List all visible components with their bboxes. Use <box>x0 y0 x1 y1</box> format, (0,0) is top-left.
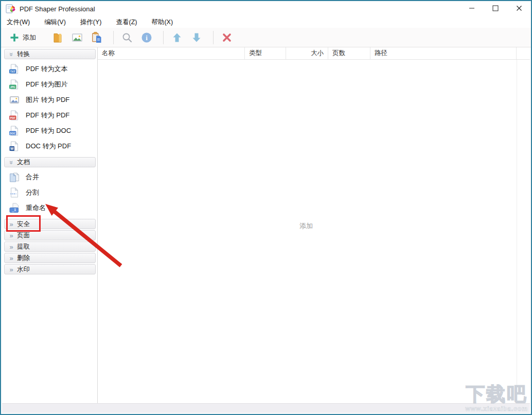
word-file-icon: W <box>9 141 20 152</box>
menu-item-actions[interactable]: 操作(Y) <box>76 17 106 28</box>
svg-text:TXT: TXT <box>10 70 16 73</box>
sidebar-section-items: TXTPDF 转为文本JPGPDF 转为图片图片 转为 PDFPDFPDF 转为… <box>2 61 97 154</box>
toolbar-search-button[interactable] <box>119 30 135 45</box>
merge-icon <box>9 171 20 183</box>
sidebar-section-label: 页面 <box>17 231 30 240</box>
sidebar-item-doc-to-pdf[interactable]: WDOC 转为 PDF <box>2 139 97 154</box>
sidebar-item-label: 图片 转为 PDF <box>26 95 69 105</box>
menu-item-file[interactable]: 文件(W) <box>3 17 34 28</box>
sidebar-item-split[interactable]: 分割 <box>2 185 97 200</box>
info-icon: i <box>140 31 153 44</box>
toolbar-separator <box>163 31 164 44</box>
sidebar-section-label: 转换 <box>17 50 30 59</box>
svg-text:W: W <box>10 147 14 150</box>
search-icon <box>121 31 133 44</box>
toolbar-separator <box>213 31 214 44</box>
menu-item-edit[interactable]: 编辑(V) <box>40 17 70 28</box>
column-header-type[interactable]: 类型 <box>245 47 286 59</box>
maximize-icon <box>492 4 499 13</box>
column-header-label: 大小 <box>311 49 324 58</box>
column-header-path[interactable]: 路径 <box>370 47 517 59</box>
txt-file-icon: TXT <box>9 63 20 75</box>
column-header-label: 名称 <box>102 49 115 58</box>
app-window: PDF Shaper Professional 文件(W)编辑(V)操作(Y)查… <box>0 0 532 415</box>
sidebar-item-merge[interactable]: 合并 <box>2 169 97 185</box>
sidebar-section-extract[interactable]: »提取 <box>4 241 96 252</box>
sidebar-section-convert[interactable]: »转换 <box>4 49 96 59</box>
sidebar-section-document[interactable]: »文档 <box>4 157 96 167</box>
double-chevron-icon: » <box>8 158 15 166</box>
toolbar-move-down-button[interactable] <box>188 30 205 45</box>
title-bar: PDF Shaper Professional <box>1 1 531 16</box>
double-chevron-icon: » <box>7 266 15 273</box>
toolbar-add-button[interactable]: 添加 <box>7 31 38 44</box>
table-header: 名称类型大小页数路径 <box>98 47 530 60</box>
svg-text:DOC: DOC <box>10 132 16 135</box>
jpg-file-icon: JPG <box>9 79 20 90</box>
sidebar-item-pdf-to-doc[interactable]: DOCPDF 转为 DOC <box>2 123 97 139</box>
toolbar-add-label: 添加 <box>23 33 36 42</box>
image-file-icon <box>9 94 20 106</box>
window-controls <box>460 1 531 16</box>
doc-file-icon: DOC <box>9 125 20 136</box>
toolbar-separator <box>113 31 114 44</box>
sidebar-section-items: 合并分割_I重命名 <box>2 169 97 216</box>
double-chevron-icon: » <box>7 220 15 228</box>
double-chevron-icon: » <box>8 50 15 58</box>
column-header-label: 路径 <box>375 49 387 58</box>
folder-icon <box>51 31 64 44</box>
svg-text:JPG: JPG <box>10 85 15 89</box>
sidebar-item-pdf-to-text[interactable]: TXTPDF 转为文本 <box>2 61 97 77</box>
minimize-icon <box>469 4 475 13</box>
menu-bar: 文件(W)编辑(V)操作(Y)查看(Z)帮助(X) <box>1 16 531 28</box>
sidebar-section-label: 删除 <box>17 254 30 263</box>
toolbar-remove-button[interactable] <box>219 30 235 45</box>
toolbar-add-folder-button[interactable] <box>49 30 66 45</box>
paste-icon <box>91 31 103 44</box>
close-button[interactable] <box>507 1 531 16</box>
rename-icon: _I <box>9 202 20 214</box>
arrow-down-icon <box>190 31 203 44</box>
sidebar-section-watermark[interactable]: »水印 <box>4 264 96 274</box>
close-icon <box>516 4 522 13</box>
content-area: »转换TXTPDF 转为文本JPGPDF 转为图片图片 转为 PDFPDFPDF… <box>2 47 530 403</box>
svg-text:i: i <box>146 33 148 41</box>
toolbar-info-button[interactable]: i <box>138 30 155 45</box>
menu-item-view[interactable]: 查看(Z) <box>112 17 141 28</box>
plus-icon <box>9 32 20 43</box>
sidebar-item-pdf-to-pdf[interactable]: PDFPDF 转为 PDF <box>2 108 97 123</box>
sidebar-item-rename[interactable]: _I重命名 <box>2 200 97 216</box>
app-logo-icon <box>6 4 16 14</box>
sidebar-item-label: PDF 转为 PDF <box>26 111 69 120</box>
sidebar-section-label: 水印 <box>17 265 30 274</box>
sidebar-item-image-to-pdf[interactable]: 图片 转为 PDF <box>2 92 97 108</box>
toolbar-move-up-button[interactable] <box>169 30 185 45</box>
toolbar-add-images-button[interactable] <box>69 30 85 45</box>
column-header-pages[interactable]: 页数 <box>328 47 370 59</box>
sidebar-section-pages[interactable]: »页面 <box>4 230 96 240</box>
pdf-file-icon: PDF <box>9 110 20 121</box>
double-chevron-icon: » <box>7 254 15 262</box>
sidebar-item-label: 合并 <box>26 172 39 182</box>
sidebar-item-pdf-to-image[interactable]: JPGPDF 转为图片 <box>2 77 97 92</box>
svg-text:_I: _I <box>12 208 16 212</box>
minimize-button[interactable] <box>460 1 484 16</box>
sidebar: »转换TXTPDF 转为文本JPGPDF 转为图片图片 转为 PDFPDFPDF… <box>2 47 98 403</box>
sidebar-section-label: 安全 <box>17 220 30 229</box>
svg-text:PDF: PDF <box>10 116 15 119</box>
column-header-name[interactable]: 名称 <box>98 47 245 59</box>
toolbar-paste-button[interactable] <box>88 30 105 45</box>
sidebar-item-label: PDF 转为图片 <box>26 80 68 89</box>
column-header-size[interactable]: 大小 <box>286 47 328 59</box>
sidebar-item-label: DOC 转为 PDF <box>26 142 71 151</box>
maximize-button[interactable] <box>484 1 507 16</box>
file-list-area[interactable]: 名称类型大小页数路径 添加 <box>98 47 530 403</box>
image-icon <box>71 31 83 44</box>
column-header-label: 类型 <box>249 49 262 58</box>
sidebar-section-delete[interactable]: »删除 <box>4 253 96 263</box>
double-chevron-icon: » <box>7 232 15 239</box>
sidebar-item-label: PDF 转为 DOC <box>26 126 71 135</box>
menu-item-help[interactable]: 帮助(X) <box>147 17 177 28</box>
sidebar-section-security[interactable]: »安全 <box>4 219 96 229</box>
sidebar-item-label: PDF 转为文本 <box>26 64 68 74</box>
